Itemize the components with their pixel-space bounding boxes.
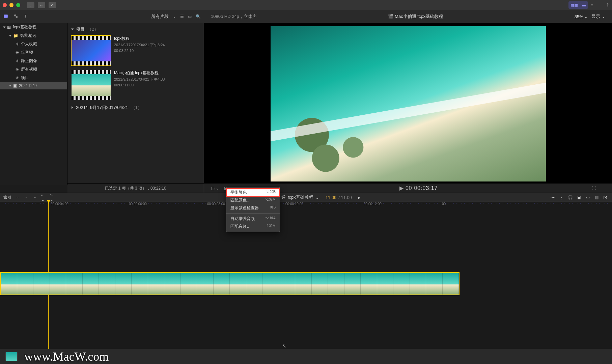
sidebar-event[interactable]: ▣ 2021-9-17: [0, 82, 67, 89]
color-enhance-menu: 平衡颜色⌥⌘B 匹配颜色…⌥⌘M 显示颜色检查器⌘6 自动增强音频⌥⌘A 匹配音…: [226, 187, 280, 232]
view-dropdown[interactable]: 显示 ⌄: [591, 13, 605, 20]
viewer-title-prefix: Mac小伯通: [395, 14, 416, 19]
browser-status: 已选定 1 项（共 3 项），03:22:10: [67, 183, 204, 193]
skimming-icon[interactable]: ⊶: [550, 195, 555, 199]
menu-balance-color[interactable]: 平衡颜色⌥⌘B: [226, 189, 280, 196]
media-icon[interactable]: [13, 14, 18, 20]
insert-icon[interactable]: ▫: [24, 195, 29, 199]
svg-text:T: T: [24, 14, 27, 18]
timeline-ruler[interactable]: 00:00:04:00 00:00:06:00 00:00:08:00 00:0…: [0, 202, 612, 208]
filmstrip-view-icon[interactable]: ▭: [188, 14, 192, 19]
viewer-panel: [204, 23, 612, 185]
window-titlebar: ↓ ⌐ ✓ ▦▦▬ ≡ ⇧: [0, 0, 612, 10]
smart-collections[interactable]: 📁 智能精选: [0, 31, 67, 40]
background-tasks-icon[interactable]: ✓: [49, 2, 56, 8]
watermark-text: www.MacW.com: [24, 349, 109, 364]
transitions-icon[interactable]: ⋈: [603, 195, 608, 199]
zoom-dropdown[interactable]: 85% ⌄: [575, 14, 588, 19]
menu-enhance-audio[interactable]: 自动增强音频⌥⌘A: [226, 215, 280, 223]
timecode-display[interactable]: ▶ 00:00:03:17: [245, 185, 592, 191]
menu-match-color[interactable]: 匹配颜色…⌥⌘M: [226, 196, 280, 204]
clip-title: fcpx教程: [114, 36, 165, 41]
sidebar-audio-only[interactable]: ✳ 仅音频: [0, 48, 67, 57]
share-icon[interactable]: ⇧: [606, 3, 609, 7]
keyword-icon[interactable]: ⌐: [38, 2, 45, 8]
clip-title: Mac小伯通 fcpx基础教程: [114, 70, 165, 76]
mouse-cursor-icon: ↖: [282, 343, 286, 348]
clip-date: 2021/9/172017/04/21 下午3:24: [114, 43, 165, 48]
menu-show-color-inspector[interactable]: 显示颜色检查器⌘6: [226, 204, 280, 212]
projects-header[interactable]: 项目 （2）: [72, 26, 200, 32]
clip-duration: 00:00:11:09: [114, 83, 165, 87]
library-root[interactable]: ▦ fcpx基础教程: [0, 23, 67, 31]
import-icon[interactable]: ↓: [27, 2, 34, 8]
transform-tool-icon[interactable]: ▢ ⌄: [211, 186, 219, 191]
film-icon: 🎬: [388, 14, 393, 19]
viewer-title: fcpx基础教程: [417, 14, 443, 19]
menu-separator: [226, 213, 280, 214]
dock-app-icon[interactable]: [5, 352, 18, 361]
timeline-title[interactable]: ◂ 通 fcpx基础教程 ⌄ 11:09 / 11:09 ▸: [88, 194, 550, 200]
menu-match-audio[interactable]: 匹配音频…⇧⌘M: [226, 223, 280, 230]
select-tool-icon[interactable]: ↖ ⌄: [50, 195, 55, 199]
svg-point-2: [16, 16, 18, 18]
chevron-updown-icon[interactable]: ⌄: [173, 14, 176, 19]
clip-browser: 项目 （2） fcpx教程 2021/9/172017/04/21 下午3:24…: [67, 23, 204, 185]
format-label: 1080p HD 24p，立体声: [211, 13, 257, 20]
library-sidebar: ▦ fcpx基础教程 📁 智能精选 ✳ 个人收藏 ✳ 仅音频 ✳ 静止图像 ✳ …: [0, 23, 67, 185]
effects-icon[interactable]: ▥: [594, 195, 599, 199]
project-clip-1[interactable]: fcpx教程 2021/9/172017/04/21 下午3:24 00:03:…: [72, 36, 200, 65]
overwrite-icon[interactable]: ▫ ⌄: [41, 195, 47, 199]
append-icon[interactable]: ▫: [32, 195, 38, 199]
clip-duration: 00:03:22:10: [114, 49, 165, 53]
clip-thumbnail[interactable]: [72, 70, 111, 100]
date-group-header[interactable]: 2021年9月17日2017/04/21 （1）: [72, 105, 200, 111]
list-view-icon[interactable]: ☰: [180, 14, 184, 19]
search-icon[interactable]: 🔍: [196, 14, 201, 19]
audio-skim-icon[interactable]: ⋮: [559, 195, 564, 199]
connect-icon[interactable]: ▫: [15, 195, 20, 199]
clip-thumbnail[interactable]: [72, 36, 111, 65]
index-button[interactable]: 索引: [3, 195, 11, 200]
sidebar-stills[interactable]: ✳ 静止图像: [0, 57, 67, 65]
titles-icon[interactable]: T: [24, 14, 28, 20]
video-preview[interactable]: [271, 26, 546, 181]
traffic-lights: [3, 3, 20, 7]
library-toolbar: T 所有片段 ⌄ ☰ ▭ 🔍 1080p HD 24p，立体声 🎬 Mac小伯通…: [0, 10, 612, 23]
minimize-window-button[interactable]: [9, 3, 13, 7]
project-clip-2[interactable]: Mac小伯通 fcpx基础教程 2021/9/172017/04/21 下午4:…: [72, 70, 200, 100]
sidebar-favorites[interactable]: ✳ 个人收藏: [0, 40, 67, 48]
snap-icon[interactable]: ▣: [576, 195, 582, 199]
fullscreen-icon[interactable]: ⛶: [592, 186, 596, 191]
fullscreen-window-button[interactable]: [16, 3, 20, 7]
clip-date: 2021/9/172017/04/21 下午4:38: [114, 77, 165, 82]
timeline-toolbar: 索引 ▫ ▫ ▫ ▫ ⌄ ↖ ⌄ ◂ 通 fcpx基础教程 ⌄ 11:09 / …: [0, 193, 612, 202]
adjustments-icon[interactable]: ≡: [591, 3, 593, 7]
workspace-toggle[interactable]: ▦▦▬: [568, 1, 588, 9]
bottom-bar: www.MacW.com: [0, 349, 612, 364]
timeline-clip[interactable]: 4f5d079a3bd8e1a6f6b8733bec7eee74: [0, 272, 460, 295]
sidebar-all-video[interactable]: ✳ 所有视频: [0, 65, 67, 74]
library-icon[interactable]: [3, 14, 8, 20]
solo-icon[interactable]: 🎧: [567, 195, 573, 199]
svg-point-1: [14, 14, 16, 16]
clip-filter-dropdown[interactable]: 所有片段: [151, 13, 169, 20]
sidebar-projects[interactable]: ✳ 项目: [0, 74, 67, 82]
svg-rect-0: [4, 15, 8, 18]
lane-icon[interactable]: ▭: [585, 195, 590, 199]
close-window-button[interactable]: [3, 3, 7, 7]
